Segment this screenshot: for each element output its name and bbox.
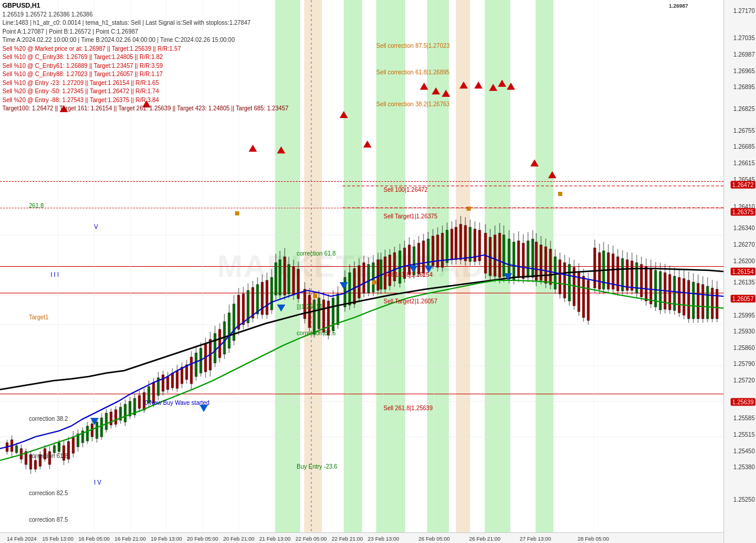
svg-rect-136: [344, 277, 346, 307]
svg-rect-148: [380, 260, 382, 289]
price-label-23: 1.25790: [734, 361, 755, 367]
label-sell-target1: Sell Target1|1.26375: [383, 213, 437, 220]
svg-rect-349: [235, 211, 239, 215]
time-label-3: 16 Feb 05:00: [79, 536, 110, 542]
hline-target1: [0, 208, 724, 208]
svg-rect-158: [460, 224, 462, 260]
svg-rect-244: [508, 239, 510, 279]
svg-rect-128: [284, 257, 286, 295]
svg-rect-238: [474, 229, 476, 261]
band-6: [456, 0, 471, 532]
svg-rect-262: [559, 260, 561, 294]
svg-rect-120: [233, 304, 235, 341]
svg-rect-322: [711, 288, 713, 319]
svg-rect-156: [455, 227, 457, 260]
price-label-5: 1.26895: [734, 84, 755, 90]
label-iii-price: |||1.26111: [296, 303, 322, 310]
svg-rect-216: [413, 247, 415, 275]
svg-rect-44: [53, 446, 56, 453]
svg-marker-338: [498, 80, 506, 87]
svg-marker-333: [432, 87, 440, 94]
svg-rect-58: [86, 426, 89, 441]
time-label-2: 15 Feb 13:00: [42, 536, 73, 542]
svg-rect-290: [636, 263, 638, 293]
svg-rect-160: [484, 233, 487, 273]
svg-rect-314: [692, 282, 695, 319]
time-axis: 14 Feb 2024 15 Feb 13:00 16 Feb 05:00 16…: [0, 532, 724, 543]
svg-rect-78: [133, 398, 136, 415]
svg-rect-218: [418, 243, 420, 274]
svg-rect-304: [669, 274, 671, 310]
label-buy-entry: Buy Entry -23.6: [296, 463, 337, 470]
svg-rect-104: [195, 353, 197, 377]
chart-area: MARKETZI TRADE: [0, 0, 724, 532]
svg-rect-126: [279, 260, 281, 295]
svg-marker-347: [425, 266, 433, 273]
label-sell-2618: Sell 261.8|1.25639: [383, 405, 432, 411]
svg-rect-300: [659, 272, 662, 310]
svg-rect-268: [573, 267, 575, 306]
svg-rect-30: [20, 449, 22, 459]
svg-rect-190: [288, 264, 290, 294]
time-label-8: 21 Feb 13:00: [259, 536, 291, 542]
svg-rect-286: [626, 260, 628, 290]
svg-marker-345: [340, 282, 348, 289]
svg-marker-330: [340, 111, 348, 118]
price-label-11: 1.26472: [731, 181, 755, 188]
label-correction-382-left: correction 38.2: [29, 416, 68, 422]
svg-rect-188: [271, 277, 273, 310]
svg-rect-272: [582, 276, 585, 318]
svg-rect-112: [214, 333, 216, 363]
svg-rect-182: [256, 284, 259, 314]
svg-rect-196: [318, 298, 320, 329]
svg-rect-292: [640, 264, 643, 297]
price-label-1: 1.27170: [734, 8, 755, 14]
time-label-6: 20 Feb 05:00: [187, 536, 218, 542]
price-label-26: 1.25585: [734, 415, 755, 421]
svg-rect-96: [176, 371, 178, 388]
label-correction-875: correction 87.5: [296, 330, 335, 336]
svg-rect-256: [545, 247, 547, 283]
band-2: [304, 0, 322, 532]
label-target1-left: Target1: [29, 314, 48, 320]
svg-rect-270: [578, 272, 580, 312]
svg-rect-24: [6, 443, 8, 452]
svg-rect-142: [358, 266, 360, 298]
svg-rect-32: [25, 452, 27, 465]
svg-rect-68: [110, 412, 112, 425]
svg-rect-172: [594, 248, 596, 288]
svg-rect-220: [422, 241, 425, 273]
time-label-7: 20 Feb 21:00: [223, 536, 255, 542]
svg-marker-346: [409, 266, 418, 273]
svg-rect-166: [498, 233, 501, 277]
svg-rect-38: [39, 454, 41, 466]
svg-marker-335: [460, 81, 468, 89]
svg-rect-108: [204, 344, 207, 372]
svg-rect-194: [297, 269, 299, 299]
svg-rect-284: [621, 259, 624, 291]
watermark: MARKETZI TRADE: [217, 248, 506, 284]
label-sell-correction-618: Sell correction 61.8|1.26895: [376, 69, 449, 76]
label-correction-825: correction 82.5: [29, 490, 68, 496]
price-label-15: 1.26270: [734, 241, 755, 248]
price-label-13: 1.26375: [731, 208, 755, 215]
svg-marker-326: [60, 105, 68, 112]
band-3: [344, 0, 362, 532]
svg-rect-274: [587, 280, 589, 320]
svg-rect-192: [292, 267, 295, 295]
price-label-28: 1.25450: [734, 447, 755, 454]
svg-rect-122: [237, 295, 240, 329]
svg-rect-278: [607, 253, 610, 289]
svg-rect-36: [34, 460, 37, 469]
price-label-2: 1.27035: [734, 35, 755, 41]
band-5: [427, 0, 449, 532]
time-label-14: 27 Feb 13:00: [520, 536, 551, 542]
time-label-4: 16 Feb 21:00: [115, 536, 146, 542]
svg-rect-228: [441, 233, 444, 267]
svg-rect-240: [478, 230, 481, 261]
svg-rect-242: [503, 235, 505, 276]
svg-rect-92: [167, 377, 169, 390]
label-correction-875-bottom: correction 87.5: [29, 516, 68, 523]
svg-rect-168: [535, 242, 537, 280]
price-label-16: 1.26200: [734, 257, 755, 264]
